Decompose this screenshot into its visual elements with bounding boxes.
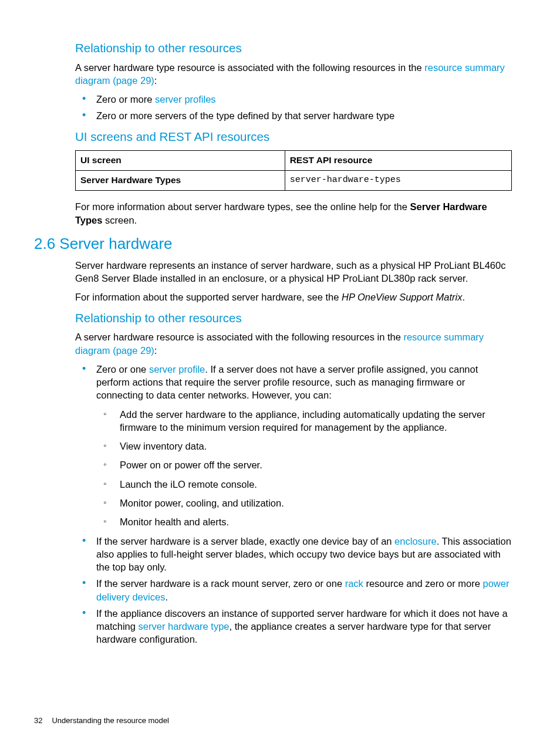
text: If the server hardware is a server blade…: [96, 536, 394, 546]
th-ui-screen: UI screen: [76, 151, 285, 171]
text-italic: HP OneView Support Matrix: [342, 292, 462, 302]
list-item: Zero or one server profile. If a server …: [96, 363, 512, 529]
text: resource and zero or more: [363, 578, 483, 589]
heading-relationship-2: Relationship to other resources: [75, 310, 512, 326]
text: A server hardware type resource is assoc…: [75, 62, 424, 73]
text: :: [154, 75, 157, 86]
para-sh-support: For information about the supported serv…: [75, 291, 512, 303]
text: For information about the supported serv…: [75, 292, 342, 302]
list-item: If the server hardware is a server blade…: [96, 535, 512, 574]
link-server-hardware-type[interactable]: server hardware type: [139, 621, 230, 632]
link-enclosure[interactable]: enclosure: [394, 536, 437, 546]
text: Zero or one: [96, 364, 149, 374]
footer-title: Understanding the resource model: [52, 716, 168, 725]
table-row: Server Hardware Types server-hardware-ty…: [76, 171, 512, 191]
text: A server hardware resource is associated…: [75, 332, 403, 342]
list-item: If the appliance discovers an instance o…: [96, 607, 512, 646]
list-item: Zero or more server profiles: [96, 93, 512, 106]
heading-relationship-1: Relationship to other resources: [75, 40, 512, 56]
list-item: Zero or more servers of the type defined…: [96, 109, 512, 122]
list-item: If the server hardware is a rack mount s…: [96, 577, 512, 603]
text: If the server hardware is a rack mount s…: [96, 578, 345, 589]
link-server-profile[interactable]: server profile: [149, 364, 205, 374]
para-more-info-sht: For more information about server hardwa…: [75, 200, 512, 227]
list-item: View inventory data.: [120, 440, 512, 453]
page-footer: 32Understanding the resource model: [34, 715, 169, 726]
table-header-row: UI screen REST API resource: [76, 151, 512, 171]
td-rest-api: server-hardware-types: [285, 171, 511, 191]
heading-ui-rest: UI screens and REST API resources: [75, 129, 512, 145]
para-sh-assoc: A server hardware resource is associated…: [75, 330, 512, 357]
text: .: [462, 292, 465, 302]
list-item: Power on or power off the server.: [120, 458, 512, 471]
list-item: Monitor health and alerts.: [120, 515, 512, 528]
list-item: Monitor power, cooling, and utilization.: [120, 497, 512, 509]
link-rack[interactable]: rack: [345, 578, 363, 589]
para-sht-assoc: A server hardware type resource is assoc…: [75, 61, 512, 87]
para-sh-desc: Server hardware represents an instance o…: [75, 259, 512, 285]
th-rest-api: REST API resource: [285, 151, 511, 171]
list-item: Add the server hardware to the appliance…: [120, 408, 512, 434]
list-item: Launch the iLO remote console.: [120, 478, 512, 491]
link-server-profiles[interactable]: server profiles: [155, 94, 216, 104]
heading-server-hardware: 2.6 Server hardware: [34, 234, 512, 254]
sublist-actions: Add the server hardware to the appliance…: [96, 408, 512, 529]
text: :: [154, 345, 157, 356]
text: For more information about server hardwa…: [75, 201, 410, 212]
table-ui-rest: UI screen REST API resource Server Hardw…: [75, 150, 512, 191]
list-sh-assoc: Zero or one server profile. If a server …: [75, 363, 512, 646]
text: screen.: [102, 215, 137, 225]
list-sht-assoc: Zero or more server profiles Zero or mor…: [75, 93, 512, 123]
text: .: [165, 592, 168, 602]
td-ui-screen: Server Hardware Types: [76, 171, 285, 191]
text: Zero or more: [96, 94, 155, 104]
page-number: 32: [34, 716, 42, 725]
